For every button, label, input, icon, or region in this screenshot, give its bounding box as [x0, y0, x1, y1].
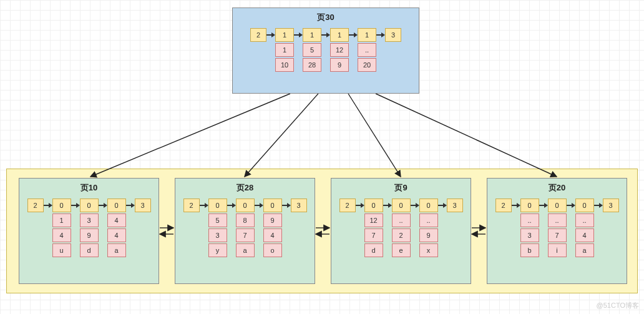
leaf-col-head: 0 — [520, 199, 539, 212]
leaf-col: 0 12 7 d — [364, 199, 383, 257]
leaf-col-head: 0 — [575, 199, 594, 212]
leaf-col-cell: u — [52, 243, 71, 257]
leaf-col-cell: 12 — [364, 213, 383, 227]
root-col-1: 1 5 28 — [303, 28, 321, 72]
leaf-col-cell: .. — [419, 213, 438, 227]
root-row: 2 1 1 10 1 5 28 1 12 9 1 .. — [233, 26, 419, 78]
leaf-row: 2 0 5 3 y 0 8 7 a 0 9 4 o 3 — [175, 196, 315, 263]
leaf-col: 0 .. 2 e — [392, 199, 411, 257]
leaf-col-head: 0 — [52, 199, 71, 212]
leaf-col-cell: 7 — [364, 228, 383, 242]
arrow-icon — [356, 199, 364, 212]
leaf-col-head: 0 — [208, 199, 227, 212]
leaf-col-cell: a — [575, 243, 594, 257]
leaf-lead-cell: 2 — [495, 199, 512, 212]
arrow-icon — [567, 199, 575, 212]
leaf-col-cell: 3 — [80, 213, 99, 227]
leaf-col-head: 0 — [392, 199, 411, 212]
arrow-icon — [255, 199, 263, 212]
leaf-col-cell: 4 — [263, 228, 282, 242]
root-col-cell: 20 — [358, 58, 376, 72]
arrow-icon — [126, 199, 135, 212]
arrow-icon — [376, 28, 385, 42]
arrow-icon — [227, 199, 236, 212]
leaf-col-cell: 2 — [392, 228, 411, 242]
leaf-col-cell: b — [520, 243, 539, 257]
root-col-head: 1 — [275, 28, 294, 42]
arrow-icon — [71, 199, 80, 212]
arrow-icon — [282, 199, 291, 212]
root-page: 页30 2 1 1 10 1 5 28 1 12 9 1 — [232, 7, 419, 94]
root-lead-cell: 2 — [250, 28, 266, 42]
root-col-cell: 5 — [303, 43, 321, 57]
leaf-col-cell: a — [236, 243, 255, 257]
root-tail-cell: 3 — [385, 28, 401, 42]
leaf-col-cell: x — [419, 243, 438, 257]
leaf-col-cell: 9 — [263, 213, 282, 227]
leaf-page-title: 页20 — [487, 179, 627, 196]
root-col-cell: .. — [358, 43, 376, 57]
leaf-page-title: 页10 — [19, 179, 159, 196]
leaf-col-cell: .. — [520, 213, 539, 227]
leaf-col-head: 0 — [419, 199, 438, 212]
root-col-head: 1 — [330, 28, 349, 42]
leaf-row: 2 0 1 4 u 0 3 9 d 0 4 4 a 3 — [19, 196, 159, 263]
leaf-col-head: 0 — [548, 199, 567, 212]
leaf-col-cell: i — [548, 243, 567, 257]
leaf-col-cell: 4 — [107, 228, 126, 242]
leaf-page-0: 页10 2 0 1 4 u 0 3 9 d 0 4 4 a — [19, 178, 159, 284]
arrow-icon — [594, 199, 603, 212]
leaf-col-cell: 1 — [52, 213, 71, 227]
leaf-col-cell: 4 — [107, 213, 126, 227]
root-page-title: 页30 — [233, 8, 419, 26]
leaf-col-cell: 4 — [52, 228, 71, 242]
leaf-col-cell: 9 — [419, 228, 438, 242]
leaf-col-cell: 7 — [548, 228, 567, 242]
leaf-col: 0 8 7 a — [236, 199, 255, 257]
root-col-0: 1 1 10 — [275, 28, 294, 72]
leaf-col-cell: 8 — [236, 213, 255, 227]
leaf-col-cell: 3 — [208, 228, 227, 242]
root-col-cell: 10 — [275, 58, 294, 72]
arrow-icon — [411, 199, 419, 212]
leaf-col-cell: .. — [548, 213, 567, 227]
leaf-col-cell: a — [107, 243, 126, 257]
arrow-icon — [266, 28, 275, 42]
arrow-icon — [512, 199, 520, 212]
root-col-cell: 28 — [303, 58, 321, 72]
arrow-icon — [438, 199, 447, 212]
leaf-col-head: 0 — [263, 199, 282, 212]
leaf-col: 0 .. 3 b — [520, 199, 539, 257]
arrow-icon — [321, 28, 330, 42]
leaf-tail-cell: 3 — [447, 199, 463, 212]
leaf-col: 0 4 4 a — [107, 199, 126, 257]
leaf-col-cell: 7 — [236, 228, 255, 242]
root-col-2: 1 12 9 — [330, 28, 349, 72]
leaf-col-head: 0 — [107, 199, 126, 212]
leaf-lead-cell: 2 — [339, 199, 356, 212]
leaf-col-cell: d — [364, 243, 383, 257]
leaf-tail-cell: 3 — [291, 199, 307, 212]
leaf-col-cell: y — [208, 243, 227, 257]
leaf-col-head: 0 — [364, 199, 383, 212]
leaf-col-cell: .. — [392, 213, 411, 227]
root-col-cell: 1 — [275, 43, 294, 57]
leaf-lead-cell: 2 — [183, 199, 200, 212]
arrow-icon — [99, 199, 107, 212]
arrow-icon — [349, 28, 358, 42]
leaf-row: 2 0 12 7 d 0 .. 2 e 0 .. 9 x — [331, 196, 471, 263]
leaf-page-2: 页9 2 0 12 7 d 0 .. 2 e 0 .. 9 x — [331, 178, 471, 284]
root-col-3: 1 .. 20 — [358, 28, 376, 72]
leaf-col-head: 0 — [80, 199, 99, 212]
leaf-page-1: 页28 2 0 5 3 y 0 8 7 a 0 9 4 o — [175, 178, 315, 284]
leaf-page-title: 页28 — [175, 179, 315, 196]
leaf-col-cell: d — [80, 243, 99, 257]
leaf-row: 2 0 .. 3 b 0 .. 7 i 0 .. 4 a — [487, 196, 627, 263]
root-col-cell: 12 — [330, 43, 349, 57]
root-col-head: 1 — [303, 28, 321, 42]
leaf-col-cell: 5 — [208, 213, 227, 227]
leaf-col-cell: 4 — [575, 228, 594, 242]
root-col-head: 1 — [358, 28, 376, 42]
arrow-icon — [200, 199, 208, 212]
leaf-col: 0 .. 7 i — [548, 199, 567, 257]
